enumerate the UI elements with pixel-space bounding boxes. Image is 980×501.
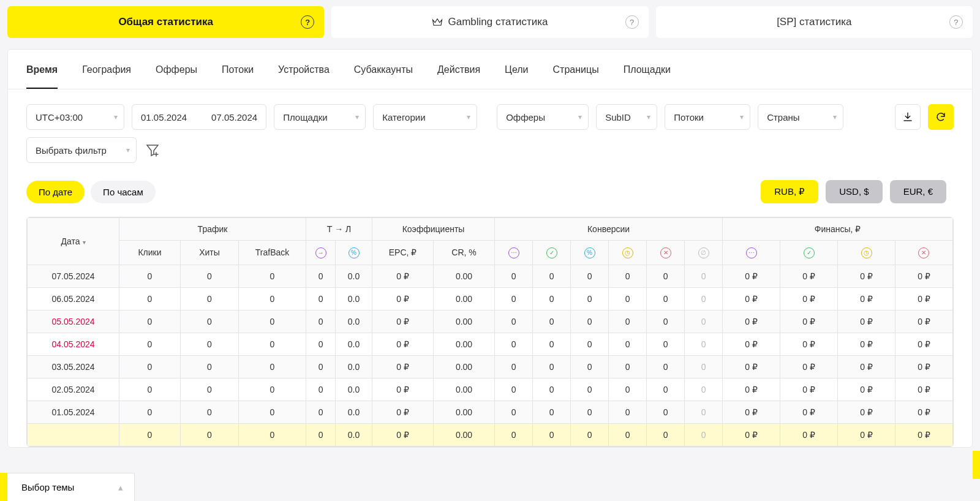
cell-tl2: 0.0	[336, 310, 372, 333]
col-conv-all[interactable]: ⋯	[495, 241, 533, 265]
countries-select[interactable]: Страны▾	[758, 104, 843, 130]
offers-select[interactable]: Офферы▾	[497, 104, 589, 130]
cell-date: 06.05.2024	[28, 287, 119, 310]
col-tl-arrow[interactable]: →	[306, 241, 336, 265]
col-epc[interactable]: EPC, ₽	[372, 241, 434, 265]
sub-tab-Площадки[interactable]: Площадки	[624, 50, 671, 89]
table-row[interactable]: 03.05.202400000.00 ₽0.000000000 ₽0 ₽0 ₽0…	[28, 355, 953, 378]
sub-tab-Офферы[interactable]: Офферы	[156, 50, 197, 89]
cell-c1: 0	[495, 333, 533, 355]
table-row[interactable]: 01.05.202400000.00 ₽0.000000000 ₽0 ₽0 ₽0…	[28, 401, 953, 423]
col-trafback[interactable]: TrafBack	[239, 241, 306, 265]
sub-tab-Потоки[interactable]: Потоки	[222, 50, 254, 89]
choose-filter-select[interactable]: Выбрать фильтр▾	[26, 137, 137, 163]
sub-tab-Действия[interactable]: Действия	[437, 50, 480, 89]
cell-c4: 0	[609, 333, 647, 355]
categories-select[interactable]: Категории▾	[373, 104, 477, 130]
date-to: 07.05.2024	[211, 112, 257, 122]
cell-trafback: 0	[239, 401, 306, 423]
theme-selector[interactable]: Выбор темы ▴	[0, 473, 135, 501]
currency-pill-EUR, €[interactable]: EUR, €	[890, 180, 946, 203]
col-fin-approved[interactable]: ✓	[780, 241, 838, 265]
sub-tab-Время[interactable]: Время	[26, 50, 58, 89]
download-icon	[902, 111, 913, 122]
cell-tl2: 0.0	[336, 333, 372, 355]
date-range-picker[interactable]: 01.05.2024 07.05.2024	[132, 104, 266, 130]
top-tab-1[interactable]: Gambling статистика?	[331, 6, 648, 38]
add-filter-button[interactable]	[145, 143, 160, 157]
col-fin-rejected[interactable]: ✕	[895, 241, 952, 265]
col-conv-pct[interactable]: %	[571, 241, 609, 265]
cell-trafback: 0	[239, 355, 306, 378]
sub-tab-Страницы[interactable]: Страницы	[553, 50, 599, 89]
col-cr[interactable]: CR, %	[434, 241, 495, 265]
cell-trafback: 0	[239, 265, 306, 287]
total-tl2: 0.0	[336, 423, 372, 446]
sub-tab-Субаккаунты[interactable]: Субаккаунты	[354, 50, 413, 89]
platforms-select[interactable]: Площадки▾	[274, 104, 366, 130]
currency-pills: RUB, ₽USD, $EUR, €	[761, 180, 946, 203]
col-hits[interactable]: Хиты	[181, 241, 239, 265]
total-c6: 0	[685, 423, 723, 446]
col-conv-approved[interactable]: ✓	[533, 241, 571, 265]
cell-epc: 0 ₽	[372, 355, 434, 378]
cell-c6: 0	[685, 333, 723, 355]
chevron-down-icon: ▾	[833, 113, 837, 121]
table-row[interactable]: 05.05.202400000.00 ₽0.000000000 ₽0 ₽0 ₽0…	[28, 310, 953, 333]
total-trafback: 0	[239, 423, 306, 446]
mode-pill-По дате[interactable]: По дате	[26, 181, 85, 203]
col-tl-pct[interactable]: %	[336, 241, 372, 265]
cell-c4: 0	[609, 401, 647, 423]
cell-clicks: 0	[119, 265, 181, 287]
table-row[interactable]: 06.05.202400000.00 ₽0.000000000 ₽0 ₽0 ₽0…	[28, 287, 953, 310]
col-fin-pending[interactable]: ◷	[838, 241, 895, 265]
mode-pill-По часам[interactable]: По часам	[91, 181, 156, 203]
x-icon: ✕	[918, 247, 929, 258]
currency-pill-USD, $[interactable]: USD, $	[826, 180, 882, 203]
sub-tab-Устройства[interactable]: Устройства	[278, 50, 330, 89]
col-clicks[interactable]: Клики	[119, 241, 181, 265]
col-conv-disabled[interactable]: ∅	[685, 241, 723, 265]
chevron-down-icon: ▾	[114, 113, 118, 121]
refresh-button[interactable]	[928, 104, 954, 130]
cell-f3: 0 ₽	[838, 287, 895, 310]
download-button[interactable]	[895, 104, 921, 130]
cell-f4: 0 ₽	[895, 265, 952, 287]
streams-select[interactable]: Потоки▾	[665, 104, 750, 130]
top-tab-0[interactable]: Общая статистика?	[7, 6, 324, 38]
col-date[interactable]: Дата▾	[28, 218, 119, 265]
cell-f1: 0 ₽	[723, 265, 780, 287]
cell-c5: 0	[647, 310, 685, 333]
sub-tab-Цели[interactable]: Цели	[505, 50, 528, 89]
help-icon[interactable]: ?	[301, 15, 314, 29]
cell-c3: 0	[571, 265, 609, 287]
cell-c1: 0	[495, 378, 533, 401]
col-conv-rejected[interactable]: ✕	[647, 241, 685, 265]
cell-f4: 0 ₽	[895, 287, 952, 310]
help-icon[interactable]: ?	[949, 15, 963, 29]
currency-pill-RUB, ₽[interactable]: RUB, ₽	[761, 180, 818, 203]
timezone-select[interactable]: UTC+03:00 ▾	[26, 104, 124, 130]
cell-f3: 0 ₽	[838, 333, 895, 355]
table-row[interactable]: 04.05.202400000.00 ₽0.000000000 ₽0 ₽0 ₽0…	[28, 333, 953, 355]
cell-date: 07.05.2024	[28, 265, 119, 287]
grp-coeff: Коэффициенты	[372, 218, 495, 241]
crown-icon	[432, 18, 443, 26]
cell-f2: 0 ₽	[780, 355, 838, 378]
cell-c2: 0	[533, 265, 571, 287]
table-row[interactable]: 07.05.202400000.00 ₽0.000000000 ₽0 ₽0 ₽0…	[28, 265, 953, 287]
col-conv-pending[interactable]: ◷	[609, 241, 647, 265]
subid-select[interactable]: SubID▾	[596, 104, 657, 130]
cell-tl2: 0.0	[336, 378, 372, 401]
sub-tab-География[interactable]: География	[82, 50, 131, 89]
refresh-icon	[935, 111, 946, 122]
total-epc: 0 ₽	[372, 423, 434, 446]
clock-icon: ◷	[861, 247, 872, 258]
help-icon[interactable]: ?	[625, 15, 639, 29]
table-row[interactable]: 02.05.202400000.00 ₽0.000000000 ₽0 ₽0 ₽0…	[28, 378, 953, 401]
col-fin-all[interactable]: ⋯	[723, 241, 780, 265]
cell-epc: 0 ₽	[372, 265, 434, 287]
top-tab-2[interactable]: [SP] статистика?	[656, 6, 973, 38]
total-c1: 0	[495, 423, 533, 446]
support-handle[interactable]	[973, 451, 980, 479]
